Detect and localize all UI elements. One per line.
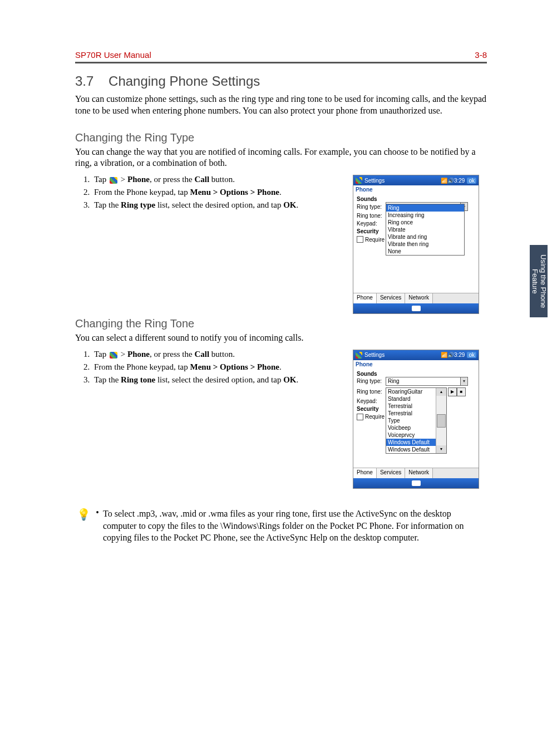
security-label: Security [357,406,378,412]
bottom-tabs: Phone Services Network [353,468,479,478]
ring-type-combo[interactable]: Ring [386,377,468,386]
play-button[interactable]: ▶ [448,387,457,396]
stop-button[interactable]: ■ [457,387,466,396]
step-text: From the Phone keypad, tap [94,188,190,197]
screen-subtitle: Phone [353,360,479,369]
tab-phone[interactable]: Phone [353,293,377,303]
bottom-bar [353,303,479,313]
volume-icon: 🔊 [447,352,454,358]
ring-tone-dropdown[interactable]: RoaringGuitar Standard Terrestrial Terre… [386,387,447,454]
titlebar: Settings 📶 🔊 3:29 ok [353,175,479,185]
step-text: list, select the desired option, and tap [155,375,283,384]
ring-type-screenshot: Settings 📶 🔊 3:29 ok Phone Sounds Ring t… [353,175,479,314]
page-content: SP70R User Manual 3-8 3.7 Changing Phone… [75,50,487,544]
ring-tone-label: Ring tone: [357,389,386,395]
step-text: Tap the [94,375,121,384]
side-tab: Using the Phone Feature [530,245,548,317]
step-bold: OK [283,200,296,209]
chevron-down-icon[interactable] [460,377,467,385]
sounds-label: Sounds [357,371,475,377]
ring-type-intro: You can change the way that you are noti… [75,146,487,170]
step-text: button. [209,350,235,359]
ring-tone-block: Tap > Phone, or press the Call button. F… [75,350,487,494]
require-checkbox[interactable] [357,414,363,420]
tab-services[interactable]: Services [377,468,405,478]
step-1: Tap > Phone, or press the Call button. [92,175,337,184]
section-number: 3.7 [75,73,93,89]
scroll-thumb[interactable] [437,414,446,428]
dropdown-option[interactable]: None [386,248,464,255]
sounds-label: Sounds [357,196,475,202]
step-bold: Menu > Options > Phone [190,188,279,197]
step-text: > [119,350,127,359]
clock-label: 3:29 [454,178,465,184]
screen-body: Sounds Ring type: Ring Ring Increasing r… [353,194,479,293]
dropdown-option[interactable]: Vibrate [386,226,464,233]
windows-start-icon [110,352,117,359]
dropdown-scrollbar[interactable]: ▴ ▾ [436,388,446,453]
ring-type-label: Ring type: [357,204,386,210]
windows-start-icon[interactable] [356,352,362,359]
ring-type-dropdown[interactable]: Ring Increasing ring Ring once Vibrate V… [386,204,465,256]
scroll-up-icon[interactable]: ▴ [436,388,446,396]
step-bold: Call [194,350,209,359]
step-text: button. [209,175,235,184]
ring-tone-title: Changing the Ring Tone [75,317,487,330]
ring-tone-intro: You can select a different sound to noti… [75,332,487,344]
step-text: . [297,375,299,384]
dropdown-option[interactable]: Increasing ring [386,212,464,219]
scroll-down-icon[interactable]: ▾ [436,445,446,453]
screen-body: Sounds Ring type: Ring Ring tone: Window… [353,369,479,468]
combo-value: Ring [388,378,400,384]
window-title: Settings [364,352,385,358]
step-text: list, select the desired option, and tap [155,200,283,209]
step-3: Tap the Ring type list, select the desir… [92,200,337,210]
ok-button[interactable]: ok [467,178,476,184]
windows-start-icon [110,177,117,184]
require-label: Require [365,237,385,243]
screen-subtitle: Phone [353,185,479,194]
require-label: Require [365,414,385,420]
ring-type-title: Changing the Ring Type [75,131,487,144]
window-title: Settings [364,178,385,184]
step-1: Tap > Phone, or press the Call button. [92,350,337,359]
windows-start-icon[interactable] [356,177,362,184]
ok-button[interactable]: ok [467,352,476,358]
clock-label: 3:29 [454,352,465,358]
dropdown-option[interactable]: Vibrate then ring [386,240,464,248]
step-2: From the Phone keypad, tap Menu > Option… [92,362,337,372]
tip-text: To select .mp3, .wav, .mid or .wma files… [103,508,487,544]
security-label: Security [357,228,378,234]
keyboard-icon[interactable] [412,306,421,311]
tab-network[interactable]: Network [405,468,433,478]
section-title: 3.7 Changing Phone Settings [75,73,487,89]
step-bold: Menu > Options > Phone [190,362,279,371]
dropdown-option[interactable]: Ring [386,204,464,212]
lightbulb-icon: 💡 [75,508,92,544]
tab-network[interactable]: Network [405,293,433,303]
signal-icon: 📶 [441,352,447,358]
ring-tone-label: Ring tone: [357,213,386,219]
section-name: Changing Phone Settings [109,73,260,89]
volume-icon: 🔊 [447,178,454,184]
keyboard-icon[interactable] [412,480,421,486]
require-checkbox[interactable] [357,236,363,243]
keypad-label: Keypad: [357,220,386,227]
page-header: SP70R User Manual 3-8 [75,50,487,62]
media-buttons: ▶ ■ [448,387,466,396]
ring-tone-steps: Tap > Phone, or press the Call button. F… [75,350,337,385]
ring-tone-screenshot: Settings 📶 🔊 3:29 ok Phone Sounds Ring t… [353,350,479,489]
tab-services[interactable]: Services [377,293,405,303]
page-ref: 3-8 [475,50,487,60]
step-text: From the Phone keypad, tap [94,362,190,371]
header-rule [75,62,487,63]
ring-type-label: Ring type: [357,378,386,384]
bullet-icon: • [92,508,103,544]
step-2: From the Phone keypad, tap Menu > Option… [92,188,337,197]
dropdown-option[interactable]: Vibrate and ring [386,233,464,240]
dropdown-option[interactable]: Ring once [386,219,464,226]
step-text: , or press the [150,350,194,359]
step-text: > [119,175,127,184]
bottom-bar [353,478,479,488]
tab-phone[interactable]: Phone [353,468,377,478]
